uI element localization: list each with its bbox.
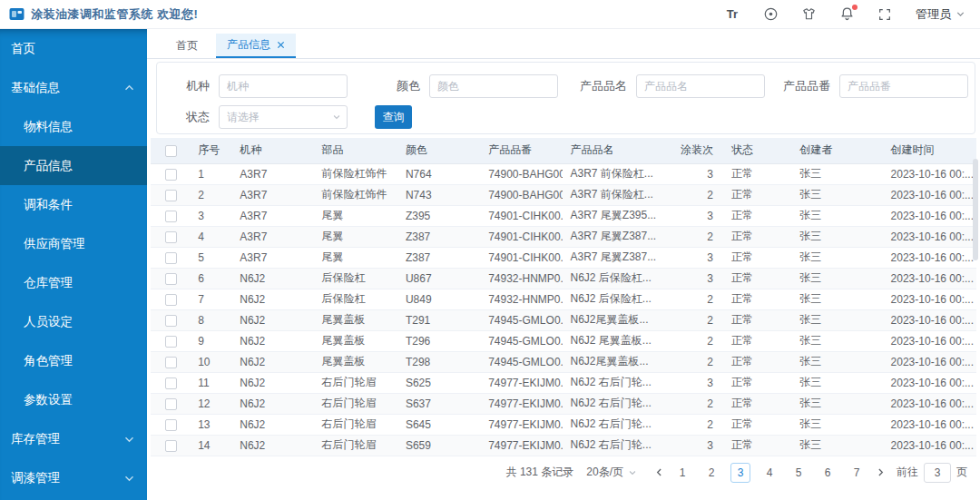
- row-checkbox[interactable]: [165, 419, 177, 431]
- product-name-input[interactable]: [636, 74, 765, 98]
- table-row: 7N6J2后保险杠U84974932-HNMP0...N6J2 后保险杠...2…: [151, 289, 976, 309]
- cell: 正常: [724, 393, 792, 414]
- tab-home[interactable]: 首页: [165, 34, 209, 58]
- page-button-3[interactable]: 3: [730, 463, 750, 483]
- cell: 1: [191, 163, 232, 184]
- cell: N6J2尾翼盖板...: [563, 309, 669, 330]
- row-checkbox[interactable]: [165, 211, 177, 222]
- page-size-select[interactable]: 20条/页: [586, 465, 637, 480]
- sidebar-item-3[interactable]: 产品信息: [0, 146, 147, 185]
- app-logo-icon: [9, 6, 24, 22]
- page-jump: 前往 页: [897, 463, 967, 483]
- sidebar-item-0[interactable]: 首页: [0, 29, 147, 68]
- tshirt-theme-icon[interactable]: [799, 5, 818, 24]
- table-header-row: 序号机种部品颜色产品品番产品品名涂装次状态创建者创建时间: [151, 138, 976, 163]
- page-button-4[interactable]: 4: [760, 463, 779, 483]
- cell: S625: [398, 372, 481, 393]
- cell: 13: [191, 414, 232, 435]
- cell: 2: [670, 226, 724, 247]
- sidebar-item-9[interactable]: 参数设置: [0, 380, 147, 419]
- table-body: 1A3R7前保险杠饰件N76474900-BAHG00...A3R7 前保险杠.…: [151, 163, 976, 456]
- table-row: 14N6J2右后门轮眉S65974977-EKIJM0...N6J2 右后门轮.…: [151, 435, 976, 456]
- sidebar-item-11[interactable]: 调漆管理: [0, 458, 147, 497]
- row-checkbox[interactable]: [165, 294, 177, 306]
- cell: 前保险杠饰件: [315, 184, 398, 205]
- row-select-cell: [151, 351, 191, 372]
- sidebar-item-label: 调和条件: [24, 197, 73, 213]
- chevron-down-icon: [124, 435, 134, 444]
- row-select-cell: [151, 414, 191, 435]
- tab-product-info[interactable]: 产品信息: [216, 34, 296, 58]
- page-button-7[interactable]: 7: [847, 463, 867, 483]
- font-size-icon[interactable]: Tr: [723, 5, 741, 24]
- select-all-checkbox[interactable]: [165, 145, 177, 157]
- row-checkbox[interactable]: [165, 315, 177, 327]
- cell: Z387: [398, 226, 481, 247]
- sidebar-item-label: 调漆管理: [11, 470, 60, 486]
- page-button-1[interactable]: 1: [672, 463, 692, 483]
- sidebar-item-6[interactable]: 仓库管理: [0, 263, 147, 302]
- status-label: 状态: [164, 109, 219, 125]
- jump-page-input[interactable]: [924, 463, 951, 483]
- cell: T298: [398, 351, 481, 372]
- cell: 张三: [792, 393, 883, 414]
- row-checkbox[interactable]: [165, 190, 177, 201]
- sidebar-item-5[interactable]: 供应商管理: [0, 224, 147, 263]
- cell: 张三: [792, 351, 883, 372]
- sidebar-item-1[interactable]: 基础信息: [0, 68, 147, 107]
- page-button-5[interactable]: 5: [789, 463, 808, 483]
- cell: 74932-HNMP0...: [481, 289, 563, 309]
- status-select[interactable]: [219, 105, 348, 129]
- table-row: 13N6J2右后门轮眉S64574977-EKIJM0...N6J2 右后门轮.…: [151, 414, 976, 435]
- table-scrollbar[interactable]: [973, 159, 978, 260]
- row-checkbox[interactable]: [165, 377, 177, 389]
- sidebar: 首页基础信息物料信息产品信息调和条件供应商管理仓库管理人员设定角色管理参数设置库…: [0, 29, 147, 500]
- sidebar-item-10[interactable]: 库存管理: [0, 419, 147, 458]
- row-checkbox[interactable]: [165, 231, 177, 243]
- product-no-input[interactable]: [839, 74, 968, 98]
- row-checkbox[interactable]: [165, 252, 177, 264]
- cell: 3: [670, 247, 724, 268]
- cell: 后保险杠: [315, 268, 398, 289]
- row-checkbox[interactable]: [165, 440, 177, 452]
- cell: 正常: [724, 309, 792, 330]
- record-icon[interactable]: [761, 5, 779, 24]
- prev-page-button[interactable]: [650, 463, 668, 483]
- row-checkbox[interactable]: [165, 273, 177, 285]
- color-input[interactable]: [429, 74, 558, 98]
- tab-label: 产品信息: [227, 33, 270, 57]
- cell: 正常: [724, 351, 792, 372]
- close-tab-icon[interactable]: [277, 41, 285, 49]
- sidebar-item-7[interactable]: 人员设定: [0, 302, 147, 341]
- row-checkbox[interactable]: [165, 398, 177, 410]
- notification-bell-icon[interactable]: [838, 5, 856, 24]
- cell: 正常: [724, 163, 792, 184]
- page-button-2[interactable]: 2: [701, 463, 721, 483]
- product-no-label: 产品品番: [767, 78, 839, 94]
- row-checkbox[interactable]: [165, 169, 177, 181]
- cell: 74901-CIHK00...: [481, 226, 563, 247]
- query-button[interactable]: 查询: [375, 105, 412, 129]
- cell: 7: [191, 289, 232, 309]
- cell: 74977-EKIJM0...: [481, 414, 563, 435]
- sidebar-item-4[interactable]: 调和条件: [0, 185, 147, 224]
- row-checkbox[interactable]: [165, 357, 177, 368]
- sidebar-item-2[interactable]: 物料信息: [0, 107, 147, 146]
- filter-panel: 机种 颜色 产品品名 产品品番 状态 查询: [156, 62, 975, 134]
- table-row: 11N6J2右后门轮眉S62574977-EKIJM0...N6J2 右后门轮.…: [151, 372, 976, 393]
- page-button-6[interactable]: 6: [818, 463, 838, 483]
- sidebar-item-8[interactable]: 角色管理: [0, 341, 147, 380]
- machine-input[interactable]: [219, 74, 348, 98]
- cell: 正常: [724, 247, 792, 268]
- fullscreen-icon[interactable]: [876, 5, 894, 24]
- cell: N6J2: [232, 309, 314, 330]
- next-page-button[interactable]: [871, 463, 889, 483]
- cell: N6J2: [232, 351, 314, 372]
- cell: 张三: [792, 435, 883, 456]
- user-menu[interactable]: 管理员: [916, 6, 965, 23]
- row-checkbox[interactable]: [165, 336, 177, 348]
- cell: 张三: [792, 268, 883, 289]
- cell: N6J2: [232, 289, 314, 309]
- cell: N6J2: [232, 414, 314, 435]
- cell: 74900-BAHG00...: [481, 184, 563, 205]
